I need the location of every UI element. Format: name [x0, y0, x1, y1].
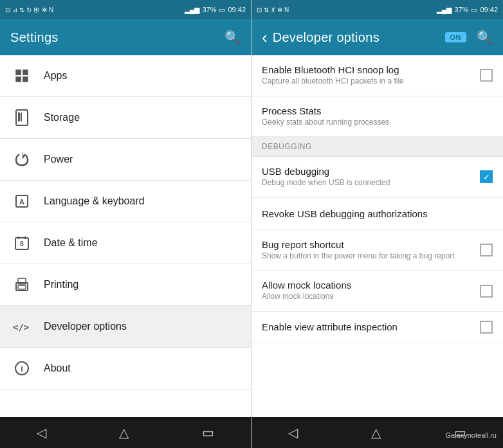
svg-rect-2 [15, 76, 21, 82]
sim-icon: ⊡ [5, 6, 10, 13]
dev-item-bluetooth-hci-content: Enable Bluetooth HCI snoop log Capture a… [262, 64, 480, 87]
view-attr-checkbox[interactable] [480, 321, 493, 334]
battery-percent: 37% [202, 6, 216, 13]
settings-item-datetime[interactable]: 8 Date & time [0, 222, 251, 264]
time-left: 09:42 [228, 6, 246, 13]
back-button-right[interactable]: ◁ [275, 420, 311, 445]
svg-text:i: i [21, 364, 23, 373]
svg-rect-5 [18, 112, 20, 121]
home-button-left[interactable]: △ [106, 420, 142, 445]
bt-icon-r: ✲ [277, 6, 282, 13]
svg-rect-16 [18, 285, 26, 289]
dev-item-bug-report-content: Bug report shortcut Show a button in the… [262, 239, 480, 262]
mock-locations-checkbox[interactable] [480, 285, 493, 298]
settings-item-about[interactable]: i About [0, 348, 251, 390]
battery-icon-r: ▭ [471, 6, 477, 14]
svg-text:A: A [19, 198, 24, 206]
settings-item-language[interactable]: A Language & keyboard [0, 181, 251, 222]
dev-item-bug-report-title: Bug report shortcut [262, 239, 472, 250]
power-label: Power [44, 154, 73, 165]
dev-item-mock-locations[interactable]: Allow mock locations Allow mock location… [252, 271, 503, 312]
developer-list: Enable Bluetooth HCI snoop log Capture a… [252, 55, 503, 417]
dev-item-process-stats-content: Process Stats Geeky stats about running … [262, 105, 493, 128]
nav-bar-left: ◁ △ ▭ [0, 417, 251, 448]
svg-rect-3 [23, 76, 28, 82]
dev-item-view-attr[interactable]: Enable view attribute inspection [252, 312, 503, 343]
developer-header: ‹ Developer options ON 🔍 [252, 19, 503, 55]
settings-item-power[interactable]: Power [0, 139, 251, 181]
home-button-right[interactable]: △ [358, 420, 394, 445]
settings-header-icons: 🔍 [224, 30, 241, 45]
developer-panel: ⊡ ⇅ ⊻ ✲ N ▂▄▆ 37% ▭ 09:42 ‹ Developer op… [252, 0, 503, 448]
dev-item-mock-locations-subtitle: Allow mock locations [262, 292, 472, 302]
battery-icon: ▭ [219, 6, 225, 14]
dev-item-process-stats-subtitle: Geeky stats about running processes [262, 118, 485, 128]
svg-rect-1 [23, 69, 28, 75]
dev-item-usb-debugging-subtitle: Debug mode when USB is connected [262, 178, 472, 188]
nav-bar-right: ◁ △ ▭ Galaxynoteall.ru [252, 417, 503, 448]
developer-icon: </> [10, 315, 33, 338]
battery-percent-r: 37% [454, 6, 468, 13]
developer-title: Developer options [273, 30, 380, 45]
search-icon[interactable]: 🔍 [224, 30, 241, 45]
settings-item-apps[interactable]: Apps [0, 55, 251, 97]
power-icon [10, 148, 33, 171]
language-label: Language & keyboard [44, 195, 145, 207]
dev-item-revoke-usb[interactable]: Revoke USB debugging authorizations [252, 198, 503, 230]
dev-item-process-stats[interactable]: Process Stats Geeky stats about running … [252, 96, 503, 138]
dev-search-icon[interactable]: 🔍 [477, 30, 493, 45]
dev-item-bluetooth-hci-title: Enable Bluetooth HCI snoop log [262, 64, 472, 75]
back-button-left[interactable]: ◁ [24, 420, 59, 445]
dev-item-bug-report[interactable]: Bug report shortcut Show a button in the… [252, 230, 503, 271]
dev-item-bluetooth-hci[interactable]: Enable Bluetooth HCI snoop log Capture a… [252, 55, 503, 96]
developer-toggle[interactable]: ON [445, 32, 467, 42]
apps-label: Apps [44, 70, 67, 82]
time-right: 09:42 [480, 6, 498, 13]
datetime-label: Date & time [44, 237, 98, 249]
storage-icon [10, 106, 33, 129]
nfc-icon-r: N [284, 6, 289, 13]
svg-text:8: 8 [20, 240, 24, 247]
dev-item-bug-report-subtitle: Show a button in the power menu for taki… [262, 251, 472, 262]
language-icon: A [10, 190, 33, 213]
usb-debugging-checkbox[interactable] [480, 170, 493, 183]
settings-header: Settings 🔍 [0, 19, 251, 55]
bluetooth-hci-checkbox[interactable] [480, 69, 493, 82]
back-chevron-icon[interactable]: ‹ [262, 28, 268, 48]
printing-label: Printing [44, 279, 78, 291]
sync-icon: ↻ [26, 6, 32, 13]
recent-button-left[interactable]: ▭ [189, 420, 227, 445]
settings-item-developer[interactable]: </> Developer options [0, 306, 251, 348]
settings-item-storage[interactable]: Storage [0, 97, 251, 139]
developer-label: Developer options [44, 321, 127, 332]
signal-icon: ⊿ [12, 6, 17, 13]
status-right-left: ▂▄▆ 37% ▭ 09:42 [185, 6, 246, 14]
watermark: Galaxynoteall.ru [446, 431, 497, 439]
dev-item-bluetooth-hci-subtitle: Capture all bluetooth HCI packets in a f… [262, 76, 472, 87]
apps-icon [10, 64, 33, 87]
shield-icon: ⛨ [33, 6, 40, 13]
bug-report-checkbox[interactable] [480, 244, 493, 256]
dev-item-usb-debugging[interactable]: USB debugging Debug mode when USB is con… [252, 157, 503, 198]
usb-icon-r: ⊻ [271, 6, 275, 13]
dev-header-icons: ON 🔍 [445, 30, 493, 45]
dev-item-view-attr-content: Enable view attribute inspection [262, 321, 480, 332]
printing-icon [10, 273, 33, 296]
settings-title: Settings [10, 30, 59, 45]
settings-item-printing[interactable]: Printing [0, 264, 251, 306]
status-bar-right: ⊡ ⇅ ⊻ ✲ N ▂▄▆ 37% ▭ 09:42 [252, 0, 503, 19]
status-icons-left: ⊡ ⊿ ⇅ ↻ ⛨ ✲ N [5, 6, 53, 13]
bt-icon: ✲ [42, 6, 47, 13]
svg-text:</>: </> [13, 322, 29, 332]
usb-icon: ⇅ [19, 6, 24, 13]
dev-item-view-attr-title: Enable view attribute inspection [262, 321, 472, 332]
nfc-icon: N [49, 6, 53, 13]
dl-icon-r: ⇅ [264, 6, 269, 13]
svg-rect-6 [21, 112, 22, 121]
about-icon: i [10, 357, 33, 380]
settings-panel: ⊡ ⊿ ⇅ ↻ ⛨ ✲ N ▂▄▆ 37% ▭ 09:42 Settings 🔍 [0, 0, 252, 448]
status-bar-left: ⊡ ⊿ ⇅ ↻ ⛨ ✲ N ▂▄▆ 37% ▭ 09:42 [0, 0, 251, 19]
storage-label: Storage [44, 112, 80, 123]
header-left: ‹ Developer options [262, 28, 380, 48]
datetime-icon: 8 [10, 231, 33, 255]
